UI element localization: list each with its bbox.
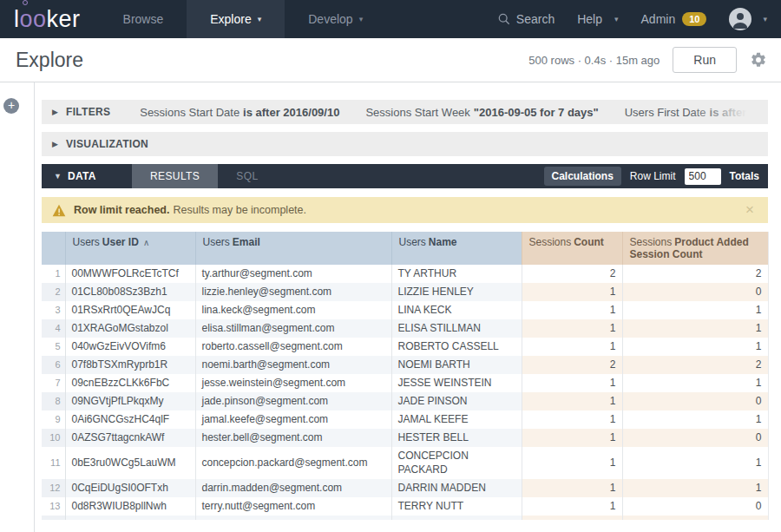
filter-item[interactable]: Sessions Start Dateis after 2016/09/10 [140, 106, 339, 119]
cell-count[interactable]: 2 [522, 356, 622, 374]
add-panel-button[interactable]: + [3, 98, 19, 114]
calculations-button[interactable]: Calculations [544, 167, 621, 186]
cell-name[interactable]: NOEMI BARTH [391, 356, 522, 374]
cell-product-added-count[interactable]: 0 [622, 283, 768, 301]
data-section-toggle[interactable]: ▼ DATA [42, 164, 132, 188]
search-button[interactable]: Search [498, 12, 555, 26]
cell-name[interactable]: TERRY NUTT [391, 497, 522, 516]
column-header-count[interactable]: SessionsCount [522, 232, 622, 265]
cell-count[interactable]: 2 [522, 265, 622, 283]
filters-bar[interactable]: ▶ FILTERS Sessions Start Dateis after 20… [42, 100, 768, 124]
cell-name[interactable]: JESSE WEINSTEIN [391, 374, 522, 392]
cell-name[interactable]: JAMAL KEEFE [391, 410, 522, 429]
user-menu[interactable]: ▾ [729, 8, 767, 30]
visualization-bar[interactable]: ▶ VISUALIZATION [42, 132, 768, 156]
cell-product-added-count[interactable]: 0 [622, 429, 768, 447]
totals-toggle[interactable]: Totals [730, 170, 759, 182]
cell-email[interactable]: lina.keck@segment.com [195, 301, 391, 319]
filter-item[interactable]: Users First Dateis after 2016/09/10 [625, 106, 758, 119]
cell-count[interactable]: 1 [522, 410, 622, 429]
cell-user-id[interactable]: 01RSxRrt0QEAwJCq [65, 301, 195, 319]
cell-name[interactable]: ROBERTO CASSELL [391, 338, 522, 356]
cell-email[interactable]: concepcion.packard@segment.com [195, 447, 391, 479]
cell-user-id[interactable]: 0d8R3WIUB8pllNwh [65, 497, 195, 516]
cell-product-added-count[interactable]: 1 [622, 447, 768, 479]
cell-user-id[interactable]: 0CqEiDUgSI0OFTxh [65, 479, 195, 497]
cell-name[interactable]: JADE PINSON [391, 392, 522, 410]
header-right: 500 rows · 0.4s · 15m ago Run [528, 47, 767, 73]
cell-email[interactable]: lizzie.henley@segment.com [195, 283, 391, 301]
cell-user-id[interactable]: 09cnEBzzCLKk6FbC [65, 374, 195, 392]
nav-item-browse[interactable]: Browse [100, 0, 187, 38]
cell-count[interactable]: 1 [522, 479, 622, 497]
filter-item[interactable]: Sessions Start Week"2016-09-05 for 7 day… [365, 106, 598, 119]
cell-name[interactable]: HESTER BELL [391, 429, 522, 447]
cell-count[interactable]: 1 [522, 338, 622, 356]
cell-user-id[interactable]: 01XRAGoMGstabzol [65, 319, 195, 338]
cell-user-id[interactable]: 040wGzEivVOVifm6 [65, 338, 195, 356]
cell-email[interactable]: hester.bell@segment.com [195, 429, 391, 447]
nav-item-explore[interactable]: Explore ▾ [187, 0, 285, 38]
cell-name[interactable]: ELISA STILLMAN [391, 319, 522, 338]
cell-user-id[interactable]: 01CL80b08Sz3Bzh1 [65, 283, 195, 301]
cell-name[interactable]: CONCEPCION PACKARD [391, 447, 522, 479]
cell-product-added-count[interactable]: 1 [622, 338, 768, 356]
cell-product-added-count[interactable]: 1 [622, 479, 768, 497]
row-number: 3 [42, 301, 65, 319]
cell-user-id[interactable]: 0bE3ru0WCg5LauWM [65, 447, 195, 479]
cell-name[interactable]: TY ARTHUR [391, 265, 522, 283]
column-header-name[interactable]: UsersName [391, 232, 522, 265]
cell-count[interactable]: 1 [522, 319, 622, 338]
column-header-email[interactable]: UsersEmail [195, 232, 391, 265]
cell-count[interactable]: 1 [522, 392, 622, 410]
table-row: 100MWWFOLRcETcTCfty.arthur@segment.comTY… [42, 265, 768, 283]
close-icon[interactable]: × [742, 201, 758, 219]
cell-product-added-count[interactable]: 1 [622, 374, 768, 392]
cell-email[interactable]: elisa.stillman@segment.com [195, 319, 391, 338]
cell-count[interactable]: 1 [522, 301, 622, 319]
cell-product-added-count[interactable]: 1 [622, 410, 768, 429]
cell-email[interactable]: darrin.madden@segment.com [195, 479, 391, 497]
gear-icon[interactable] [750, 51, 767, 69]
cell-product-added-count[interactable]: 0 [622, 497, 768, 516]
cell-name[interactable]: LIZZIE HENLEY [391, 283, 522, 301]
row-limit-warning: Row limit reached. Results may be incomp… [42, 197, 768, 223]
cell-email[interactable]: jesse.weinstein@segment.com [195, 374, 391, 392]
sort-asc-icon: ∧ [143, 238, 149, 247]
run-button[interactable]: Run [673, 47, 737, 73]
cell-user-id[interactable]: 0Ai6GNCGszHC4qlF [65, 410, 195, 429]
cell-user-id[interactable]: 0AZSG7ttagcnkAWf [65, 429, 195, 447]
cell-email[interactable]: jamal.keefe@segment.com [195, 410, 391, 429]
cell-name[interactable]: LINA KECK [391, 301, 522, 319]
help-menu[interactable]: Help ▾ [577, 12, 618, 26]
column-header-user-id[interactable]: UsersUser ID∧ [65, 232, 195, 265]
cell-email[interactable]: noemi.barth@segment.com [195, 356, 391, 374]
tab-sql[interactable]: SQL [218, 164, 276, 188]
admin-menu[interactable]: Admin 10 [641, 12, 707, 26]
cell-count[interactable]: 1 [522, 447, 622, 479]
cell-product-added-count[interactable]: 0 [622, 392, 768, 410]
looker-logo[interactable]: looker [0, 0, 100, 38]
row-limit-label: Row Limit [630, 170, 676, 182]
table-row: 301RSxRrt0QEAwJCqlina.keck@segment.comLI… [42, 301, 768, 319]
cell-email[interactable]: ty.arthur@segment.com [195, 265, 391, 283]
cell-product-added-count[interactable]: 2 [622, 265, 768, 283]
cell-count[interactable]: 1 [522, 283, 622, 301]
cell-email[interactable]: terry.nutt@segment.com [195, 497, 391, 516]
nav-item-develop[interactable]: Develop ▾ [285, 0, 386, 38]
cell-product-added-count[interactable]: 2 [622, 356, 768, 374]
cell-email[interactable]: roberto.cassell@segment.com [195, 338, 391, 356]
cell-product-added-count[interactable]: 1 [622, 301, 768, 319]
cell-user-id[interactable]: 07f8bTSXmRyprb1R [65, 356, 195, 374]
cell-count[interactable]: 1 [522, 429, 622, 447]
tab-results[interactable]: RESULTS [132, 164, 218, 188]
column-header-product-added-count[interactable]: SessionsProduct Added Session Count [622, 232, 768, 265]
cell-name[interactable]: DARRIN MADDEN [391, 479, 522, 497]
cell-count[interactable]: 1 [522, 497, 622, 516]
row-limit-input[interactable] [685, 168, 721, 185]
cell-product-added-count[interactable]: 1 [622, 319, 768, 338]
cell-user-id[interactable]: 00MWWFOLRcETcTCf [65, 265, 195, 283]
cell-email[interactable]: jade.pinson@segment.com [195, 392, 391, 410]
cell-count[interactable]: 1 [522, 374, 622, 392]
cell-user-id[interactable]: 09NGVtjPfLPkqxMy [65, 392, 195, 410]
